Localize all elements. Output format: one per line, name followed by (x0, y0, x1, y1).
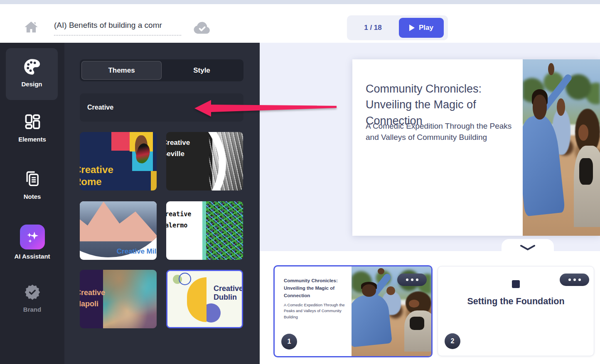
play-icon (409, 24, 415, 31)
theme-card-rome[interactable]: CreativeRome (80, 132, 157, 191)
photo-shape (578, 125, 588, 140)
window-top-strip (0, 0, 600, 4)
decor-shape (151, 171, 157, 191)
ellipsis-icon (406, 278, 408, 281)
thumbnail-subtitle: A Comedic Expedition Through the Peaks a… (284, 302, 355, 320)
theme-card-dublin-selected[interactable]: CreativeDublin (166, 270, 243, 328)
decor-shape (202, 201, 206, 260)
slide-thumbnail-1-selected[interactable]: Community Chronicles: Unveiling the Magi… (273, 265, 433, 357)
decor-shape (80, 202, 157, 242)
celebration-photo (523, 59, 600, 236)
playback-controls: 1 / 18 Play (347, 15, 448, 40)
decor-shape (111, 132, 130, 151)
sidebar-item-ai-assistant[interactable]: AI Assistant (0, 225, 64, 260)
ellipsis-icon (578, 278, 581, 281)
theme-name: CreativePalermo (166, 209, 191, 231)
slide-photo[interactable] (523, 59, 600, 236)
photo-shape (557, 98, 565, 116)
topbar: (AI) Benefits of building a comr 1 / 18 … (0, 4, 600, 43)
theme-category-dropdown[interactable]: Creative (80, 93, 243, 122)
themes-panel: Themes Style Creative CreativeRome Creat… (64, 43, 260, 364)
decor-shape (187, 277, 207, 322)
theme-card-napoli[interactable]: CreativeNapoli (80, 270, 157, 328)
presentation-title-input[interactable]: (AI) Benefits of building a comr (54, 21, 181, 36)
sidebar-item-label: AI Assistant (0, 253, 64, 260)
ellipsis-icon (573, 278, 576, 281)
home-icon (23, 30, 39, 37)
photo-shape (410, 317, 424, 330)
theme-card-milan[interactable]: Creative Milan (80, 201, 157, 260)
photo-shape (533, 95, 546, 120)
tab-style[interactable]: Style (162, 59, 242, 81)
play-button-label: Play (419, 24, 433, 32)
ellipsis-icon (416, 278, 418, 281)
decor-photo (103, 270, 157, 328)
sidebar-item-label: Design (6, 81, 58, 88)
sidebar-item-design[interactable]: Design (6, 48, 58, 100)
theme-logo-square (512, 280, 520, 288)
ellipsis-icon (411, 278, 413, 281)
decor-photo (206, 201, 243, 260)
photo-shape (378, 268, 384, 274)
palette-icon (6, 57, 58, 78)
home-button[interactable] (23, 19, 39, 36)
thumbnail-menu-button[interactable] (560, 274, 589, 286)
sidebar-item-label: Brand (0, 306, 64, 313)
grid-icon (23, 125, 42, 132)
ellipsis-icon (568, 278, 571, 281)
photo-shape (579, 158, 593, 185)
sidebar: Design Elements Notes (0, 43, 64, 364)
theme-name: CreativeNapoli (80, 287, 105, 310)
thumbnail-title: Community Chronicles: Unveiling the Magi… (284, 277, 358, 299)
filmstrip: Community Chronicles: Unveiling the Magi… (260, 251, 600, 364)
slide-counter: 1 / 18 (347, 15, 399, 40)
thumbnail-menu-button[interactable] (397, 274, 427, 286)
decor-shape (179, 273, 191, 285)
badge-check-icon (24, 295, 41, 302)
theme-card-palermo[interactable]: CreativePalermo (166, 201, 243, 260)
current-slide[interactable]: Community Chronicles: Unveiling the Magi… (352, 59, 600, 236)
tab-themes[interactable]: Themes (81, 61, 162, 80)
sidebar-item-elements[interactable]: Elements (0, 112, 64, 143)
slide-number-badge: 1 (281, 334, 297, 349)
sidebar-item-label: Notes (0, 193, 64, 200)
sparkles-icon (20, 225, 45, 249)
theme-card-seville[interactable]: CreativeSeville (166, 132, 243, 191)
theme-name: Creative Milan (117, 247, 157, 256)
theme-category-value: Creative (87, 93, 113, 122)
theme-name: CreativeRome (80, 164, 113, 188)
cloud-check-icon (192, 19, 212, 37)
notes-icon (23, 182, 42, 189)
slide-number-badge: 2 (445, 333, 460, 349)
thumbnail-title: Setting the Foundation (438, 296, 594, 307)
themes-style-tabs: Themes Style (80, 59, 243, 81)
theme-name: CreativeDublin (214, 284, 243, 301)
slide-subtitle[interactable]: A Comedic Expedition Through the Peaks a… (366, 121, 520, 143)
sidebar-item-label: Elements (0, 136, 64, 143)
slide-thumbnail-2[interactable]: Setting the Foundation 2 (438, 266, 594, 356)
play-button[interactable]: Play (399, 18, 444, 38)
sidebar-item-brand[interactable]: Brand (0, 283, 64, 313)
sidebar-item-notes[interactable]: Notes (0, 170, 64, 200)
theme-name: CreativeSeville (166, 137, 190, 159)
